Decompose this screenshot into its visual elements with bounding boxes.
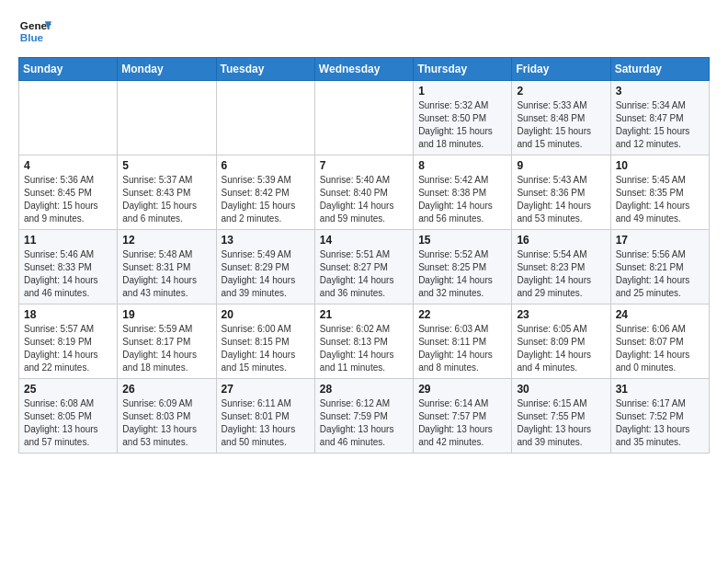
- calendar-cell: [216, 81, 314, 155]
- calendar-week-row: 11Sunrise: 5:46 AM Sunset: 8:33 PM Dayli…: [19, 230, 710, 304]
- calendar-cell: 13Sunrise: 5:49 AM Sunset: 8:29 PM Dayli…: [216, 230, 314, 304]
- day-info: Sunrise: 5:49 AM Sunset: 8:29 PM Dayligh…: [222, 248, 310, 300]
- calendar-cell: 11Sunrise: 5:46 AM Sunset: 8:33 PM Dayli…: [19, 230, 118, 304]
- calendar-cell: 20Sunrise: 6:00 AM Sunset: 8:15 PM Dayli…: [216, 304, 314, 379]
- day-number: 30: [517, 383, 605, 396]
- day-info: Sunrise: 6:03 AM Sunset: 8:11 PM Dayligh…: [418, 323, 506, 374]
- page: General Blue SundayMondayTuesdayWednesda…: [0, 0, 728, 468]
- day-info: Sunrise: 5:43 AM Sunset: 8:36 PM Dayligh…: [517, 174, 605, 225]
- day-number: 23: [517, 308, 605, 321]
- calendar-cell: 10Sunrise: 5:45 AM Sunset: 8:35 PM Dayli…: [610, 155, 709, 230]
- calendar-cell: 29Sunrise: 6:14 AM Sunset: 7:57 PM Dayli…: [414, 379, 512, 454]
- day-number: 6: [222, 159, 310, 172]
- day-number: 2: [517, 85, 605, 98]
- calendar-cell: 21Sunrise: 6:02 AM Sunset: 8:13 PM Dayli…: [314, 304, 413, 379]
- day-number: 18: [24, 308, 112, 321]
- day-info: Sunrise: 6:17 AM Sunset: 7:52 PM Dayligh…: [616, 397, 704, 449]
- day-info: Sunrise: 5:56 AM Sunset: 8:21 PM Dayligh…: [616, 248, 704, 300]
- day-info: Sunrise: 6:15 AM Sunset: 7:55 PM Dayligh…: [517, 397, 605, 449]
- calendar-week-row: 4Sunrise: 5:36 AM Sunset: 8:45 PM Daylig…: [19, 155, 710, 230]
- day-number: 19: [122, 308, 210, 321]
- calendar-cell: 15Sunrise: 5:52 AM Sunset: 8:25 PM Dayli…: [414, 230, 512, 304]
- day-info: Sunrise: 6:08 AM Sunset: 8:05 PM Dayligh…: [24, 397, 112, 449]
- day-number: 7: [320, 159, 408, 172]
- calendar-cell: [118, 81, 216, 155]
- header: General Blue: [18, 15, 710, 48]
- calendar-cell: 7Sunrise: 5:40 AM Sunset: 8:40 PM Daylig…: [314, 155, 413, 230]
- day-number: 25: [24, 383, 112, 396]
- day-number: 14: [320, 234, 408, 247]
- day-number: 27: [222, 383, 310, 396]
- calendar-cell: 5Sunrise: 5:37 AM Sunset: 8:43 PM Daylig…: [118, 155, 216, 230]
- weekday-header-saturday: Saturday: [610, 58, 709, 81]
- day-number: 29: [418, 383, 506, 396]
- calendar-cell: 30Sunrise: 6:15 AM Sunset: 7:55 PM Dayli…: [512, 379, 610, 454]
- day-number: 24: [616, 308, 704, 321]
- calendar-cell: 27Sunrise: 6:11 AM Sunset: 8:01 PM Dayli…: [216, 379, 314, 454]
- calendar-cell: 6Sunrise: 5:39 AM Sunset: 8:42 PM Daylig…: [216, 155, 314, 230]
- day-info: Sunrise: 5:40 AM Sunset: 8:40 PM Dayligh…: [320, 174, 408, 225]
- calendar-cell: 3Sunrise: 5:34 AM Sunset: 8:47 PM Daylig…: [610, 81, 709, 155]
- day-info: Sunrise: 5:36 AM Sunset: 8:45 PM Dayligh…: [24, 174, 112, 225]
- day-info: Sunrise: 5:34 AM Sunset: 8:47 PM Dayligh…: [616, 99, 704, 151]
- logo: General Blue: [18, 15, 51, 48]
- calendar-cell: 26Sunrise: 6:09 AM Sunset: 8:03 PM Dayli…: [118, 379, 216, 454]
- weekday-header-friday: Friday: [512, 58, 610, 81]
- day-info: Sunrise: 5:48 AM Sunset: 8:31 PM Dayligh…: [122, 248, 210, 300]
- calendar-cell: 8Sunrise: 5:42 AM Sunset: 8:38 PM Daylig…: [414, 155, 512, 230]
- day-info: Sunrise: 5:32 AM Sunset: 8:50 PM Dayligh…: [418, 99, 506, 151]
- day-info: Sunrise: 5:52 AM Sunset: 8:25 PM Dayligh…: [418, 248, 506, 300]
- calendar-cell: 22Sunrise: 6:03 AM Sunset: 8:11 PM Dayli…: [414, 304, 512, 379]
- calendar-week-row: 1Sunrise: 5:32 AM Sunset: 8:50 PM Daylig…: [19, 81, 710, 155]
- day-number: 11: [24, 234, 112, 247]
- calendar-cell: [19, 81, 118, 155]
- day-info: Sunrise: 5:51 AM Sunset: 8:27 PM Dayligh…: [320, 248, 408, 300]
- day-info: Sunrise: 5:39 AM Sunset: 8:42 PM Dayligh…: [222, 174, 310, 225]
- day-info: Sunrise: 6:00 AM Sunset: 8:15 PM Dayligh…: [222, 323, 310, 374]
- weekday-header-tuesday: Tuesday: [216, 58, 314, 81]
- day-number: 3: [616, 85, 704, 98]
- day-number: 26: [122, 383, 210, 396]
- day-info: Sunrise: 6:14 AM Sunset: 7:57 PM Dayligh…: [418, 397, 506, 449]
- day-number: 16: [517, 234, 605, 247]
- svg-text:Blue: Blue: [20, 31, 44, 43]
- weekday-header-sunday: Sunday: [19, 58, 118, 81]
- calendar-cell: 19Sunrise: 5:59 AM Sunset: 8:17 PM Dayli…: [118, 304, 216, 379]
- weekday-header-wednesday: Wednesday: [314, 58, 413, 81]
- calendar-cell: 16Sunrise: 5:54 AM Sunset: 8:23 PM Dayli…: [512, 230, 610, 304]
- calendar-cell: 2Sunrise: 5:33 AM Sunset: 8:48 PM Daylig…: [512, 81, 610, 155]
- day-info: Sunrise: 6:02 AM Sunset: 8:13 PM Dayligh…: [320, 323, 408, 374]
- day-number: 4: [24, 159, 112, 172]
- day-number: 12: [122, 234, 210, 247]
- day-number: 1: [418, 85, 506, 98]
- day-number: 5: [122, 159, 210, 172]
- calendar-cell: 31Sunrise: 6:17 AM Sunset: 7:52 PM Dayli…: [610, 379, 709, 454]
- day-info: Sunrise: 6:06 AM Sunset: 8:07 PM Dayligh…: [616, 323, 704, 374]
- calendar-cell: 28Sunrise: 6:12 AM Sunset: 7:59 PM Dayli…: [314, 379, 413, 454]
- day-info: Sunrise: 6:11 AM Sunset: 8:01 PM Dayligh…: [222, 397, 310, 449]
- calendar-cell: 23Sunrise: 6:05 AM Sunset: 8:09 PM Dayli…: [512, 304, 610, 379]
- day-info: Sunrise: 5:59 AM Sunset: 8:17 PM Dayligh…: [122, 323, 210, 374]
- calendar-week-row: 25Sunrise: 6:08 AM Sunset: 8:05 PM Dayli…: [19, 379, 710, 454]
- day-info: Sunrise: 5:33 AM Sunset: 8:48 PM Dayligh…: [517, 99, 605, 151]
- calendar-week-row: 18Sunrise: 5:57 AM Sunset: 8:19 PM Dayli…: [19, 304, 710, 379]
- logo-icon: General Blue: [18, 15, 51, 48]
- day-number: 13: [222, 234, 310, 247]
- day-number: 17: [616, 234, 704, 247]
- weekday-header-row: SundayMondayTuesdayWednesdayThursdayFrid…: [19, 58, 710, 81]
- calendar-table: SundayMondayTuesdayWednesdayThursdayFrid…: [18, 57, 710, 454]
- day-number: 28: [320, 383, 408, 396]
- calendar-cell: 25Sunrise: 6:08 AM Sunset: 8:05 PM Dayli…: [19, 379, 118, 454]
- day-info: Sunrise: 5:54 AM Sunset: 8:23 PM Dayligh…: [517, 248, 605, 300]
- day-info: Sunrise: 6:09 AM Sunset: 8:03 PM Dayligh…: [122, 397, 210, 449]
- calendar-cell: 1Sunrise: 5:32 AM Sunset: 8:50 PM Daylig…: [414, 81, 512, 155]
- calendar-cell: [314, 81, 413, 155]
- calendar-cell: 18Sunrise: 5:57 AM Sunset: 8:19 PM Dayli…: [19, 304, 118, 379]
- calendar-cell: 9Sunrise: 5:43 AM Sunset: 8:36 PM Daylig…: [512, 155, 610, 230]
- calendar-cell: 4Sunrise: 5:36 AM Sunset: 8:45 PM Daylig…: [19, 155, 118, 230]
- day-number: 22: [418, 308, 506, 321]
- day-number: 21: [320, 308, 408, 321]
- day-info: Sunrise: 6:05 AM Sunset: 8:09 PM Dayligh…: [517, 323, 605, 374]
- day-info: Sunrise: 5:57 AM Sunset: 8:19 PM Dayligh…: [24, 323, 112, 374]
- day-info: Sunrise: 6:12 AM Sunset: 7:59 PM Dayligh…: [320, 397, 408, 449]
